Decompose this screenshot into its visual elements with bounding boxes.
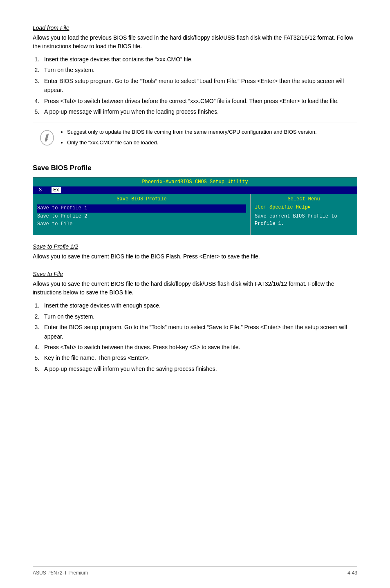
load-from-file-paragraph: Allows you to load the previous BIOS fil… xyxy=(33,34,357,51)
step-item: Insert the storage devices with enough s… xyxy=(41,301,357,310)
step-item: Insert the storage devices that contains… xyxy=(41,55,357,64)
bios-nav-item-active: Ex xyxy=(52,187,61,193)
step-item: Enter the BIOS setup program. Go to the … xyxy=(41,323,357,341)
footer-left: ASUS P5N72-T Premium xyxy=(33,570,88,576)
note-item: Suggest only to update the BIOS file com… xyxy=(67,128,351,136)
bios-help-text: Save current BIOS Profile to Profile 1. xyxy=(255,213,353,227)
note-content: Suggest only to update the BIOS file com… xyxy=(61,128,351,149)
load-from-file-steps: Insert the storage devices that contains… xyxy=(41,55,357,116)
bios-menu-item-2[interactable]: Save to Profile 2 xyxy=(37,213,246,220)
load-from-file-heading: Load from File xyxy=(33,25,357,31)
step-item: Press <Tab> to switch between the drives… xyxy=(41,343,357,352)
bios-screen: Phoenix-AwardBIOS CMOS Setup Utility S E… xyxy=(33,177,357,235)
bios-right-panel: Select Menu Item Specific Help► Save cur… xyxy=(251,194,357,235)
save-to-file-heading: Save to File xyxy=(33,271,357,277)
save-to-profile-heading: Save to Profle 1/2 xyxy=(33,243,357,250)
page: Load from File Allows you to load the pr… xyxy=(0,0,390,588)
bios-help-header: Item Specific Help► xyxy=(255,204,353,210)
bios-left-panel: Save BIOS Profile Save to Profile 1 Save… xyxy=(33,194,251,235)
bios-right-header: Select Menu xyxy=(255,196,353,202)
step-item: Turn on the system. xyxy=(41,65,357,74)
save-to-profile-section: Save to Profle 1/2 Allows you to save th… xyxy=(33,243,357,261)
save-to-profile-paragraph: Allows you to save the current BIOS file… xyxy=(33,252,357,261)
save-to-file-steps: Insert the storage devices with enough s… xyxy=(41,301,357,373)
step-item: Key in the file name. Then press <Enter>… xyxy=(41,353,357,362)
load-from-file-section: Load from File Allows you to load the pr… xyxy=(33,25,357,154)
step-item: Press <Tab> to switch between drives bef… xyxy=(41,97,357,105)
bios-menu-item-3[interactable]: Save to File xyxy=(37,220,246,228)
save-to-file-section: Save to File Allows you to save the curr… xyxy=(33,271,357,373)
bios-nav-item: S xyxy=(37,187,43,193)
note-box: Suggest only to update the BIOS file com… xyxy=(33,123,357,154)
step-item: A pop-up message will inform you when th… xyxy=(41,364,357,373)
footer-right: 4-43 xyxy=(347,570,357,576)
step-item: Turn on the system. xyxy=(41,312,357,321)
note-item: Only the “xxx.CMO” file can be loaded. xyxy=(67,139,351,147)
bios-body: Save BIOS Profile Save to Profile 1 Save… xyxy=(33,194,357,235)
bios-title-bar: Phoenix-AwardBIOS CMOS Setup Utility xyxy=(33,177,357,186)
step-item: A pop-up message will inform you when th… xyxy=(41,107,357,116)
save-to-file-paragraph: Allows you to save the current BIOS file… xyxy=(33,280,357,297)
bios-left-header: Save BIOS Profile xyxy=(37,196,246,202)
bios-menu-item-1[interactable]: Save to Profile 1 xyxy=(37,204,246,212)
footer: ASUS P5N72-T Premium 4-43 xyxy=(33,566,357,576)
note-icon xyxy=(39,129,55,147)
bios-nav-bar: S Ex xyxy=(33,186,357,194)
step-item: Enter BIOS setup program. Go to the “Too… xyxy=(41,76,357,95)
save-bios-profile-section: Save BIOS Profile Phoenix-AwardBIOS CMOS… xyxy=(33,164,357,373)
save-bios-profile-heading: Save BIOS Profile xyxy=(33,164,357,172)
